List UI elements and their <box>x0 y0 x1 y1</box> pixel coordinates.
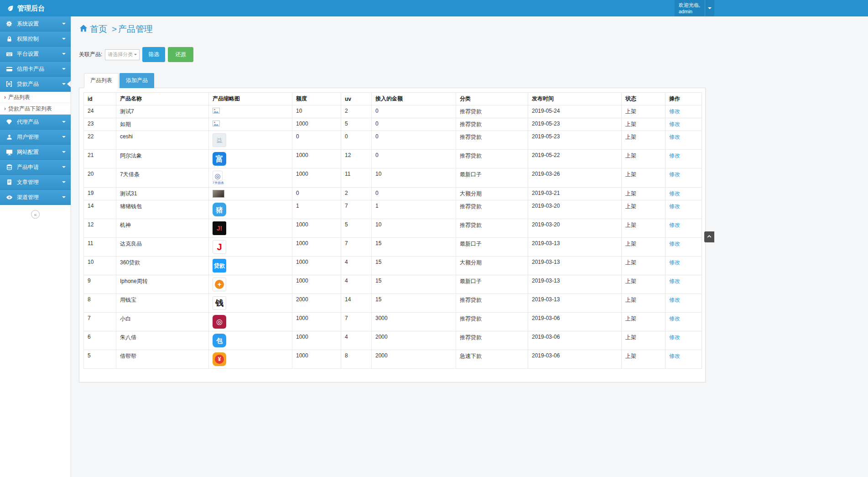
welcome-text: 欢迎光临, admin <box>675 0 705 16</box>
cell-product-name: ceshi <box>116 131 209 150</box>
cell-status: 上架 <box>622 188 665 200</box>
edit-link[interactable]: 修改 <box>669 334 680 341</box>
app-icon: J! <box>213 221 226 235</box>
chevron-down-icon <box>62 151 66 155</box>
edit-link[interactable]: 修改 <box>669 353 680 359</box>
cell-actions: 修改 <box>665 118 702 131</box>
table-row: 5借帮帮¥100082000急速下款2019-03-06上架修改 <box>84 350 702 369</box>
edit-link[interactable]: 修改 <box>669 241 680 247</box>
edit-link[interactable]: 修改 <box>669 297 680 303</box>
product-thumbnail <box>213 190 288 198</box>
sidebar-item-4[interactable]: 贷款产品 <box>0 77 71 92</box>
edit-link[interactable]: 修改 <box>669 190 680 197</box>
app-icon: ¥ <box>213 352 226 366</box>
edit-link[interactable]: 修改 <box>669 315 680 322</box>
cell-actions: 修改 <box>665 313 702 331</box>
home-icon <box>79 24 88 35</box>
monitor-icon <box>5 149 13 156</box>
cell-quota: 1000 <box>292 331 341 350</box>
tab-add-product[interactable]: 添加产品 <box>120 73 154 88</box>
back-to-top-button[interactable] <box>704 231 714 242</box>
sidebar-collapse-button[interactable]: « <box>31 210 40 219</box>
sidebar-item-5[interactable]: 代理产品 <box>0 115 71 130</box>
breadcrumb-home[interactable]: 首页 <box>79 23 107 35</box>
cell-amount: 0 <box>372 118 456 131</box>
sidebar-subitem-0[interactable]: ›产品列表 <box>0 92 71 103</box>
cell-actions: 修改 <box>665 200 702 219</box>
cell-product-name: 测试7 <box>116 105 209 118</box>
cell-id: 24 <box>84 105 116 118</box>
edit-link[interactable]: 修改 <box>669 171 680 178</box>
cell-publish-date: 2019-03-06 <box>528 331 622 350</box>
chevron-down-icon[interactable] <box>705 0 714 16</box>
sidebar-item-label: 渠道管理 <box>17 194 62 201</box>
sidebar-item-10[interactable]: 渠道管理 <box>0 190 71 205</box>
edit-link[interactable]: 修改 <box>669 278 680 284</box>
edit-link[interactable]: 修改 <box>669 203 680 210</box>
cell-amount: 1 <box>372 200 456 219</box>
sidebar-item-1[interactable]: 权限控制 <box>0 31 71 47</box>
sidebar-item-7[interactable]: 网站配置 <box>0 145 71 160</box>
cell-uv: 4 <box>341 275 372 294</box>
user-menu[interactable]: 欢迎光临, admin <box>675 0 714 16</box>
cell-amount: 10 <box>372 168 456 188</box>
reset-button[interactable]: 还原 <box>168 47 193 62</box>
edit-link[interactable]: 修改 <box>669 121 680 127</box>
chevron-up-icon <box>707 233 712 241</box>
sidebar-subitem-1[interactable]: ›贷款产品下架列表 <box>0 103 71 115</box>
table-row: 14猪猪钱包猪171推荐贷款2019-03-20上架修改 <box>84 200 702 219</box>
sidebar-item-6[interactable]: 用户管理 <box>0 130 71 145</box>
product-thumbnail <box>213 121 288 126</box>
app-icon: 贷款 <box>213 259 226 273</box>
cell-actions: 修改 <box>665 257 702 275</box>
sidebar-item-label: 权限控制 <box>17 35 62 43</box>
edit-link[interactable]: 修改 <box>669 259 680 266</box>
sidebar-item-2[interactable]: 平台设置 <box>0 47 71 62</box>
cell-thumbnail: J <box>209 238 292 257</box>
cell-publish-date: 2019-03-06 <box>528 350 622 369</box>
category-select[interactable]: 请选择分类 <box>105 49 140 60</box>
cell-amount: 0 <box>372 188 456 200</box>
product-thumbnail: J <box>213 240 288 254</box>
products-table: id产品名称产品缩略图额度uv接入的金额分类发布时间状态操作 24测试71020… <box>83 92 702 369</box>
cell-product-name: Iphone周转 <box>116 275 209 294</box>
chevron-down-icon <box>62 166 66 170</box>
column-header: uv <box>341 93 372 105</box>
cell-uv: 0 <box>341 131 372 150</box>
cell-thumbnail <box>209 105 292 118</box>
edit-link[interactable]: 修改 <box>669 152 680 159</box>
filter-button[interactable]: 筛选 <box>142 47 165 62</box>
cell-publish-date: 2019-05-24 <box>528 105 622 118</box>
table-row: 8用钱宝钱20001415推荐贷款2019-03-13上架修改 <box>84 294 702 313</box>
cell-status: 上架 <box>622 294 665 313</box>
table-row: 10360贷款贷款1000415大额分期2019-03-13上架修改 <box>84 257 702 275</box>
sidebar-item-9[interactable]: 文章管理 <box>0 175 71 190</box>
cell-uv: 2 <box>341 105 372 118</box>
edit-link[interactable]: 修改 <box>669 134 680 140</box>
cell-category: 推荐贷款 <box>456 219 528 238</box>
breadcrumb: 首页 > 产品管理 <box>79 23 868 35</box>
table-row: 12机神J!1000510推荐贷款2019-03-20上架修改 <box>84 219 702 238</box>
app-icon: 富 <box>213 152 226 166</box>
chevron-down-icon <box>62 181 66 185</box>
sidebar-item-8[interactable]: 产品申请 <box>0 160 71 175</box>
sidebar-item-0[interactable]: 系统设置 <box>0 16 71 31</box>
cell-product-name: 用钱宝 <box>116 294 209 313</box>
product-thumbnail: 益 <box>213 133 288 147</box>
cell-actions: 修改 <box>665 294 702 313</box>
edit-link[interactable]: 修改 <box>669 108 680 115</box>
cell-thumbnail: J! <box>209 219 292 238</box>
product-thumbnail: 包 <box>213 334 288 347</box>
sidebar-item-label: 系统设置 <box>17 20 62 28</box>
cell-quota: 1000 <box>292 257 341 275</box>
table-row: 11达克良品J1000715最新口子2019-03-13上架修改 <box>84 238 702 257</box>
edit-link[interactable]: 修改 <box>669 222 680 228</box>
cell-quota: 1000 <box>292 313 341 331</box>
main-content: 首页 > 产品管理 关联产品: 请选择分类 筛选 还原 产品列表 添加产品 id… <box>72 16 868 477</box>
sidebar-item-3[interactable]: 信用卡产品 <box>0 62 71 77</box>
cell-thumbnail: 钱 <box>209 294 292 313</box>
tab-product-list[interactable]: 产品列表 <box>84 73 119 88</box>
product-thumbnail: 富 <box>213 152 288 166</box>
product-thumbnail: 猪 <box>213 203 288 216</box>
chevron-down-icon <box>134 54 137 57</box>
